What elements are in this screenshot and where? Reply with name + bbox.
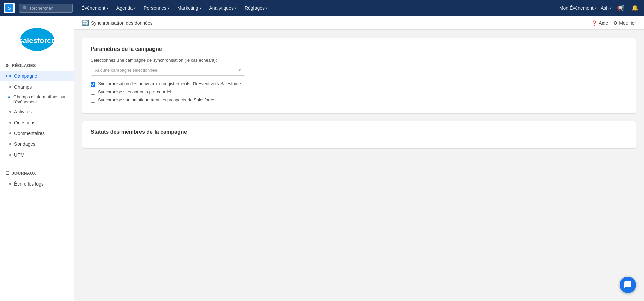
dot	[9, 143, 11, 145]
svg-text:salesforce: salesforce	[19, 36, 55, 45]
sync-inevent-checkbox[interactable]	[91, 82, 95, 87]
prospects-label: Synchronisez automatiquement les prospec…	[98, 97, 214, 102]
reglages-section-header: ⚙ RÉGLAGES	[0, 61, 74, 71]
sidebar-item-questions[interactable]: Questions	[0, 117, 74, 128]
prospects-checkbox[interactable]	[91, 98, 95, 103]
chevron-down-icon: ▾	[107, 6, 108, 10]
nav-reglages[interactable]: Réglages ▾	[241, 3, 271, 13]
sidebar-item-campagne[interactable]: Campagne	[0, 71, 74, 81]
sidebar-item-commentaires[interactable]: Commentaires	[0, 128, 74, 139]
campaign-select-label: Sélectionnez une campagne de synchronisa…	[91, 58, 628, 63]
active-dot	[9, 75, 11, 77]
main-content: 🔄 Synchronisation des données ❓ Aide ⚙ M…	[74, 16, 644, 301]
nav-evenement[interactable]: Événement ▾	[78, 3, 112, 13]
nav-menu: Événement ▾ Agenda ▾ Personnes ▾ Marketi…	[78, 3, 559, 13]
dot	[9, 132, 11, 134]
salesforce-logo: salesforce	[0, 23, 74, 61]
dot	[9, 111, 11, 113]
dot	[9, 122, 11, 124]
help-button[interactable]: ❓ Aide	[591, 20, 608, 26]
sidebar-item-logs[interactable]: Écrire les logs	[0, 178, 74, 189]
sync-icon: 🔄	[82, 20, 89, 26]
nav-personnes[interactable]: Personnes ▾	[140, 3, 173, 13]
sidebar: salesforce ⚙ RÉGLAGES Campagne Champs Ch…	[0, 16, 74, 301]
chevron-down-icon: ▾	[235, 6, 237, 10]
chevron-down-icon: ▾	[239, 68, 241, 73]
chat-bubble[interactable]	[620, 277, 636, 293]
chevron-down-icon: ▾	[266, 6, 268, 10]
statuts-card-title: Statuts des membres de la campagne	[91, 129, 628, 135]
search-box[interactable]: 🔍 Rechercher	[19, 4, 73, 13]
chevron-down-icon: ▾	[168, 6, 169, 10]
nav-marketing[interactable]: Marketing ▾	[174, 3, 204, 13]
app-logo[interactable]: S	[4, 3, 15, 13]
sidebar-item-sondages[interactable]: Sondages	[0, 139, 74, 149]
chevron-down-icon: ▾	[610, 6, 612, 10]
sidebar-item-activites[interactable]: Activités	[0, 106, 74, 117]
search-placeholder: Rechercher	[30, 6, 53, 11]
sidebar-item-champs[interactable]: Champs	[0, 81, 74, 92]
gear-icon: ⚙	[613, 20, 618, 26]
chevron-down-icon: ▾	[134, 6, 136, 10]
optouts-checkbox[interactable]	[91, 90, 95, 95]
dot	[9, 183, 11, 185]
checkbox-optouts: Synchronisez les opt-outs par courriel	[91, 89, 628, 95]
campaign-select[interactable]: Aucune campagne sélectionnée ▾	[91, 65, 245, 76]
list-icon: ☰	[5, 171, 9, 176]
notification-icon[interactable]: 🔔	[630, 3, 640, 13]
chevron-down-icon: ▾	[595, 6, 597, 10]
dot	[9, 154, 11, 156]
statuts-card: Statuts des membres de la campagne	[82, 121, 636, 149]
user-menu[interactable]: Ash ▾	[601, 5, 612, 11]
help-icon: ❓	[591, 20, 597, 26]
checkbox-prospects: Synchronisez automatiquement les prospec…	[91, 97, 628, 103]
mon-evenement-menu[interactable]: Mon Événement ▾	[559, 5, 597, 11]
sidebar-item-champs-info[interactable]: Champs d'Informations sur l'événement	[0, 92, 74, 106]
nav-analytiques[interactable]: Analytiques ▾	[206, 3, 240, 13]
modifier-button[interactable]: ⚙ Modifier	[613, 20, 636, 26]
svg-text:S: S	[8, 6, 11, 11]
nav-agenda[interactable]: Agenda ▾	[113, 3, 139, 13]
campaign-card: Paramètres de la campagne Sélectionnez u…	[82, 38, 636, 114]
breadcrumb-actions: ❓ Aide ⚙ Modifier	[591, 20, 636, 26]
optouts-label: Synchronisez les opt-outs par courriel	[98, 89, 171, 94]
breadcrumb-bar: 🔄 Synchronisation des données ❓ Aide ⚙ M…	[74, 16, 644, 30]
campaign-select-group: Sélectionnez une campagne de synchronisa…	[91, 58, 628, 76]
chevron-down-icon: ▾	[200, 6, 201, 10]
top-navigation: S 🔍 Rechercher Événement ▾ Agenda ▾ Pers…	[0, 0, 644, 16]
journaux-section-header: ☰ JOURNAUX	[0, 168, 74, 178]
content-area: Paramètres de la campagne Sélectionnez u…	[74, 30, 644, 164]
sidebar-item-utm[interactable]: UTM	[0, 149, 74, 160]
checkbox-sync-inevent: Synchronisation des nouveaux enregistrem…	[91, 81, 628, 87]
campaign-card-title: Paramètres de la campagne	[91, 46, 628, 52]
settings-icon: ⚙	[5, 63, 9, 68]
nav-right: Mon Événement ▾ Ash ▾ 📢 🔔	[559, 3, 640, 13]
dot	[9, 86, 11, 88]
sync-inevent-label: Synchronisation des nouveaux enregistrem…	[98, 81, 241, 86]
speaker-icon[interactable]: 📢	[616, 3, 626, 13]
search-icon: 🔍	[23, 6, 28, 11]
sync-breadcrumb: 🔄 Synchronisation des données	[82, 20, 153, 26]
